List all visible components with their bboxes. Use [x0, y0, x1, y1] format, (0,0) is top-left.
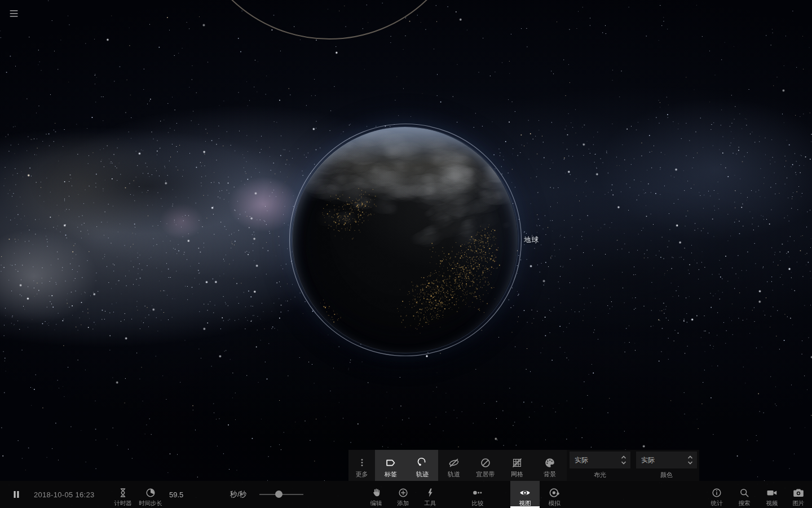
compare-tab-button[interactable]: 比较 [463, 481, 492, 508]
hand-icon [370, 487, 382, 499]
toggle-trails-button[interactable]: 轨迹 [407, 450, 438, 481]
video-label: 视频 [766, 500, 778, 506]
more-dots-icon [356, 456, 368, 470]
toggle-labels-button[interactable]: 标签 [375, 450, 407, 481]
trail-icon [416, 456, 429, 470]
tools-tab-button[interactable]: 工具 [417, 481, 444, 508]
add-tab-button[interactable]: 添加 [390, 481, 417, 508]
spinner-chevrons-icon [687, 454, 694, 466]
color-select[interactable]: 实际 [636, 452, 697, 468]
lighting-label: 布光 [570, 471, 630, 479]
planet-label[interactable]: 地球 [524, 235, 539, 245]
add-tab-label: 添加 [398, 500, 409, 506]
sim-tab-label: 模拟 [549, 500, 561, 506]
hamburger-icon [8, 8, 20, 19]
search-label: 搜索 [739, 500, 751, 506]
compare-dots-icon [471, 487, 484, 499]
toggle-orbits-button[interactable]: 轨道 [438, 450, 470, 481]
selection-ring-inner [293, 127, 519, 353]
timestep-unit: 秒/秒 [230, 481, 247, 508]
view-tab-label: 视图 [519, 500, 531, 506]
color-select-value: 实际 [641, 456, 655, 465]
toggle-label: 背景 [544, 471, 556, 478]
stats-button[interactable]: 统计 [703, 481, 730, 508]
timestep-clock-icon [145, 487, 156, 499]
timestep-value[interactable]: 59.5 [169, 481, 183, 508]
sim-datetime: 2018-10-05 16:23 [34, 481, 94, 508]
photo-label: 图片 [793, 500, 805, 506]
stats-label: 统计 [711, 500, 723, 506]
edit-tab-button[interactable]: 编辑 [363, 481, 390, 508]
timestep-label: 时间步长 [139, 500, 162, 506]
more-label: 更多 [356, 471, 368, 478]
toggle-habitable-button[interactable]: 宜居带 [470, 450, 501, 481]
moon-marker-dot [426, 355, 427, 357]
view-options-panel: 更多 标签 轨迹 轨道 宜居带 [348, 450, 699, 481]
timer-button[interactable]: 计时器 [109, 481, 136, 508]
lighting-select[interactable]: 实际 [570, 452, 630, 468]
timer-label: 计时器 [114, 500, 132, 506]
compare-tab-label: 比较 [472, 500, 484, 506]
timestep-button[interactable]: 时间步长 [135, 481, 166, 508]
lighting-select-value: 实际 [575, 456, 588, 465]
photo-camera-icon [792, 487, 805, 499]
timestep-slider[interactable] [259, 481, 303, 508]
palette-icon [544, 456, 556, 470]
color-label: 颜色 [636, 471, 697, 479]
bottom-toolbar: 2018-10-05 16:23 计时器 时间步长 59.5 秒/秒 编辑 [0, 481, 812, 508]
view-tab-button[interactable]: 视图 [510, 481, 540, 508]
hamburger-menu-button[interactable] [7, 7, 21, 20]
toggle-label: 标签 [385, 471, 397, 478]
moon-orbit-arc [188, 0, 470, 39]
lightning-icon [425, 487, 436, 499]
toggle-label: 轨迹 [416, 471, 429, 478]
video-button[interactable]: 视频 [758, 481, 785, 508]
more-button[interactable]: 更多 [348, 450, 375, 481]
add-circle-icon [398, 487, 409, 499]
toggle-label: 网格 [511, 471, 523, 478]
search-icon [739, 487, 750, 499]
sim-orbit-icon [548, 487, 561, 499]
search-button[interactable]: 搜索 [731, 481, 758, 508]
grid-off-icon [511, 456, 523, 470]
pause-button[interactable] [7, 481, 26, 508]
toggle-grid-button[interactable]: 网格 [501, 450, 533, 481]
app-screen: { "scene": { "body_label": "地球" }, "view… [0, 0, 812, 508]
pause-icon [11, 489, 21, 500]
sim-tab-button[interactable]: 模拟 [540, 481, 569, 508]
selection-ring [290, 124, 522, 356]
toggle-label: 宜居带 [476, 471, 495, 478]
toggle-label: 轨道 [448, 471, 460, 478]
scene-overlays [0, 0, 812, 508]
eye-icon [519, 487, 531, 499]
toggle-background-button[interactable]: 背景 [533, 450, 567, 481]
view-dropdown-section: 实际 布光 实际 颜色 [567, 450, 699, 481]
video-camera-icon [766, 487, 778, 499]
tools-tab-label: 工具 [425, 500, 436, 506]
spinner-chevrons-icon [620, 454, 627, 466]
habitable-zone-off-icon [479, 456, 492, 470]
edit-tab-label: 编辑 [370, 500, 382, 506]
photo-button[interactable]: 图片 [785, 481, 812, 508]
orbit-off-icon [448, 456, 460, 470]
hourglass-icon [117, 487, 129, 499]
timestep-slider-thumb[interactable] [275, 491, 283, 498]
tag-icon [385, 456, 397, 470]
info-icon [711, 487, 722, 499]
